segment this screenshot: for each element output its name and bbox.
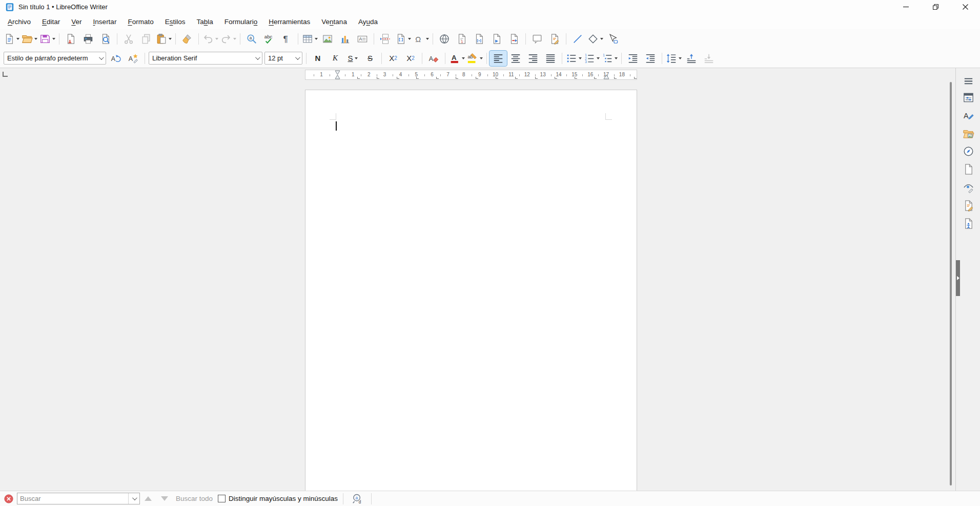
chevron-down-icon[interactable] (252, 52, 262, 64)
chevron-down-icon[interactable] (52, 38, 55, 40)
decrease-paragraph-spacing-button[interactable] (700, 51, 718, 66)
sidebar-tab-styles[interactable] (961, 108, 976, 123)
align-right-button[interactable] (524, 51, 542, 66)
draw-functions-button[interactable] (604, 31, 622, 47)
chevron-down-icon[interactable] (579, 57, 582, 59)
paragraph-style-combobox[interactable]: Estilo de párrafo predeterm (4, 52, 106, 65)
document-page[interactable] (305, 90, 637, 491)
superscript-button[interactable]: X2 (384, 51, 402, 66)
close-find-bar-button[interactable] (4, 494, 13, 503)
insert-comment-button[interactable] (528, 31, 546, 47)
insert-table-button[interactable] (301, 31, 319, 47)
sidebar-tab-manage-changes[interactable] (961, 198, 976, 213)
insert-bookmark-button[interactable] (488, 31, 505, 47)
chevron-down-icon[interactable] (679, 57, 682, 59)
minimize-button[interactable] (891, 0, 921, 14)
insert-special-character-button[interactable] (412, 31, 430, 47)
menu-estilos[interactable]: Estilos (159, 16, 191, 28)
menu-ayuda[interactable]: Ayuda (353, 16, 383, 28)
search-history-dropdown[interactable] (128, 493, 139, 504)
update-style-button[interactable] (107, 51, 125, 66)
print-preview-button[interactable] (97, 31, 114, 47)
decrease-indent-button[interactable] (642, 51, 659, 66)
font-size-combobox[interactable]: 12 pt (264, 52, 302, 65)
sidebar-tab-gallery[interactable] (961, 126, 976, 141)
increase-paragraph-spacing-button[interactable] (683, 51, 700, 66)
redo-button[interactable] (219, 31, 237, 47)
save-button[interactable] (38, 31, 56, 47)
insert-line-button[interactable] (569, 31, 586, 47)
menu-herramientas[interactable]: Herramientas (263, 16, 316, 28)
find-and-replace-button[interactable] (349, 492, 366, 505)
paste-button[interactable] (155, 31, 173, 47)
insert-image-button[interactable] (319, 31, 336, 47)
menu-ver[interactable]: Ver (66, 16, 87, 28)
align-justify-button[interactable] (542, 51, 559, 66)
menu-insertar[interactable]: Insertar (88, 16, 122, 28)
sidebar-tab-properties[interactable] (961, 90, 976, 105)
sidebar-tab-navigator[interactable] (961, 143, 976, 159)
align-left-button[interactable] (489, 51, 507, 66)
underline-button[interactable]: S (344, 51, 361, 66)
insert-cross-reference-button[interactable] (505, 31, 523, 47)
menu-tabla[interactable]: Tabla (191, 16, 218, 28)
open-button[interactable] (21, 31, 38, 47)
sidebar-settings-button[interactable] (961, 73, 976, 89)
line-spacing-button[interactable] (665, 51, 683, 66)
unordered-list-button[interactable] (565, 51, 583, 66)
highlight-color-button[interactable] (466, 51, 484, 66)
find-previous-button[interactable] (145, 496, 152, 501)
insert-field-button[interactable] (394, 31, 412, 47)
chevron-down-icon[interactable] (169, 38, 172, 40)
italic-button[interactable]: K (326, 51, 344, 66)
find-next-button[interactable] (161, 496, 168, 501)
chevron-down-icon[interactable] (615, 57, 618, 59)
chevron-down-icon[interactable] (233, 38, 236, 40)
chevron-down-icon[interactable] (215, 38, 218, 40)
track-changes-button[interactable] (546, 31, 563, 47)
font-color-button[interactable] (448, 51, 466, 66)
vertical-scrollbar[interactable] (950, 82, 952, 486)
new-style-button[interactable] (125, 51, 142, 66)
insert-endnote-button[interactable] (471, 31, 488, 47)
new-document-button[interactable] (3, 31, 21, 47)
strikethrough-button[interactable]: S (361, 51, 379, 66)
find-replace-button[interactable] (243, 31, 260, 47)
export-pdf-button[interactable] (62, 31, 79, 47)
chevron-down-icon[interactable] (462, 57, 465, 59)
chevron-down-icon[interactable] (95, 52, 106, 64)
clear-formatting-button[interactable] (425, 51, 442, 66)
increase-indent-button[interactable] (624, 51, 642, 66)
sidebar-tab-page[interactable] (961, 161, 976, 177)
sidebar-hide-handle[interactable] (956, 260, 960, 296)
subscript-button[interactable]: X2 (402, 51, 419, 66)
left-indent-marker[interactable] (335, 70, 340, 79)
sidebar-tab-style-inspector[interactable] (961, 180, 976, 195)
menu-ventana[interactable]: Ventana (316, 16, 353, 28)
insert-chart-button[interactable] (336, 31, 354, 47)
restore-button[interactable] (921, 0, 950, 14)
close-button[interactable] (950, 0, 980, 14)
outline-list-button[interactable] (601, 51, 619, 66)
menu-formato[interactable]: Formato (122, 16, 159, 28)
chevron-down-icon[interactable] (600, 38, 603, 40)
insert-footnote-button[interactable] (453, 31, 471, 47)
horizontal-ruler[interactable]: 1123456789101112131415161718 (305, 70, 637, 80)
spelling-button[interactable] (260, 31, 278, 47)
undo-button[interactable] (201, 31, 219, 47)
menu-formulario[interactable]: Formulario (219, 16, 263, 28)
chevron-down-icon[interactable] (16, 38, 19, 40)
bold-button[interactable]: N (309, 51, 326, 66)
chevron-down-icon[interactable] (426, 38, 429, 40)
basic-shapes-button[interactable] (586, 31, 604, 47)
ordered-list-button[interactable] (583, 51, 601, 66)
menu-editar[interactable]: Editar (36, 16, 66, 28)
copy-button[interactable] (137, 31, 155, 47)
insert-hyperlink-button[interactable] (436, 31, 453, 47)
document-workspace[interactable] (0, 81, 980, 491)
align-center-button[interactable] (507, 51, 524, 66)
clone-formatting-button[interactable] (178, 31, 196, 47)
find-all-button[interactable]: Buscar todo (176, 495, 213, 502)
insert-textbox-button[interactable] (354, 31, 371, 47)
sidebar-tab-accessibility-check[interactable] (961, 216, 976, 231)
